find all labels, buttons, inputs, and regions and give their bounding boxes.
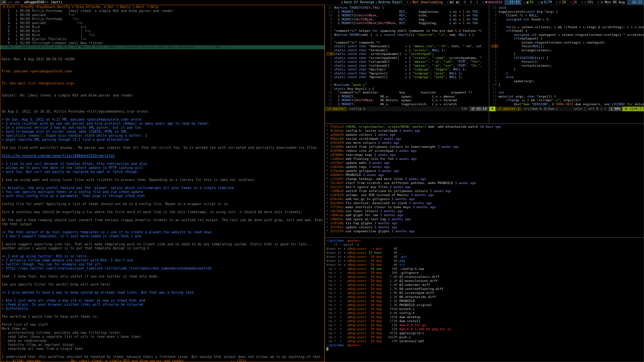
git-log-entry[interactable]: * c1d09ed add floating rule for feh 3 we…	[326, 157, 642, 161]
git-log-entry[interactable]: * c5088a9 switch from solarized to jelly…	[326, 189, 642, 193]
git-log-entry[interactable]: * 7afb90d switch from jellybeans colours…	[326, 145, 642, 149]
ls-row[interactable]: drwxr xr x w0ng:users 27 hour 4K ..	[326, 251, 642, 255]
code-line[interactable]: 6	[491, 21, 642, 25]
ls-row[interactable]: rw r r w0ng:users 19 day 1.2K 02-monocle…	[326, 279, 642, 283]
code-line[interactable]: 1 selmon->tagset[selmon->seltags] = newt…	[491, 41, 642, 45]
code-line[interactable]: 12 { MODKEY|ShiftMask, XK_Return, spawn,…	[326, 98, 487, 102]
code-line[interactable]: 10 "comment">/* modifier key function ar…	[326, 90, 487, 95]
git-log-entry[interactable]: * c71549f change hotkeys, add more rules…	[326, 177, 642, 181]
ls-row[interactable]: rw r r w0ng:users 10 day 22K dwm-6.0-1-x…	[326, 327, 642, 331]
code-line[interactable]: 2 if(newtagset) {	[491, 37, 642, 41]
code-line[interactable]: 2 static const char *volupcmd[] = { "ami…	[326, 60, 487, 64]
code-line[interactable]: 8 Client *c = NULL;	[491, 13, 642, 17]
code-line[interactable]: 3 unsigned int newtagset = selmon->tagse…	[491, 33, 642, 37]
ls-row[interactable]: rw r r w0ng:users 19 day 173B dwm.instal…	[326, 319, 642, 323]
ls-row[interactable]: rw r r w0ng:users 19 day 183B dwm.deskto…	[326, 315, 642, 319]
vim-dwm-pane[interactable]: 10 void 9 togglescratch(const Arg *arg) …	[489, 5, 644, 124]
code-line[interactable]: 14 if(argc == 2 && !strcmp("-v", argv[1]…	[491, 98, 642, 102]
git-log-entry[interactable]: * c90d5ac add space on last tag 3 months…	[326, 217, 642, 221]
code-line[interactable]: 9 static Key keys[] = {	[326, 87, 487, 91]
git-log-entry[interactable]: * a26bb28 update colours 2 weeks ago	[326, 133, 642, 137]
ls-row[interactable]: rw r r w0ng:users 19 day 7.6K 01-statusc…	[326, 275, 642, 279]
shell-pane[interactable]: ~/git/dwm master= ll --potsf -adrwxr xr …	[325, 238, 644, 362]
code-line[interactable]: 1 static const char *scratchpadcmd[] = {…	[326, 56, 487, 60]
git-log[interactable]: * 5fb51c4 (HEAD, origin/master, origin/H…	[325, 124, 644, 234]
code-line[interactable]: 15 die("dwm-"VERSION", © 2006-2011 dwm e…	[491, 102, 642, 106]
git-log-entry[interactable]: * 25c202f start from scratch, use differ…	[326, 181, 642, 185]
git-log-entry[interactable]: * 5fb51c4 (HEAD, origin/master, origin/H…	[326, 125, 642, 129]
code-line[interactable]: 7 }	[491, 71, 642, 75]
ls-row[interactable]: rw r r w0ng:users 10 day 2.2K PKGBUILD	[326, 299, 642, 303]
git-log-entry[interactable]: * 31f31f6 use vimpowerline glyphs 3 mont…	[326, 229, 642, 233]
ls-row[interactable]: drwxr xr x w0ng:users < min 4K .	[326, 247, 642, 251]
mutt-message-row[interactable]: 3 L 06/08 Hiltjo Posthuma └─>	[2, 17, 324, 21]
code-line[interactable]: 13 main(int argc, char *argv[]) {	[491, 95, 642, 99]
code-line[interactable]: 1 arrange(selmon);	[491, 48, 642, 52]
code-line[interactable]: 7 unsigned int found = 0;	[491, 17, 642, 21]
code-line[interactable]: 3 "comment">/* commands */	[326, 41, 487, 45]
git-log-entry[interactable]: * e9690fe PKGBUILD 3 weeks ago	[326, 173, 642, 177]
code-line[interactable]: 10 void	[491, 6, 642, 10]
code-line[interactable]: 6 static const char *mpcnext[] = { "ncmp…	[326, 75, 487, 79]
ls-row[interactable]: rw r r w0ng:users 10 day 1.3K PKGBUILD.o…	[326, 303, 642, 307]
git-log-entry[interactable]: * e9e1966 use fewer colours 3 months ago	[326, 209, 642, 213]
code-line[interactable]: 8 { MODKEY|ControlMask|ShiftMask, KEY, t…	[326, 21, 487, 25]
code-dwm[interactable]: 10 void 9 togglescratch(const Arg *arg) …	[489, 5, 644, 107]
code-line[interactable]: 9 { MODKEY|ShiftMask, KEY, tag, {.ui = 1…	[326, 17, 487, 21]
ls-row[interactable]: rw r r w0ng:users 19 day 764B bstack.c	[326, 307, 642, 311]
git-log-entry[interactable]: * 175be0d update gitignore 3 weeks ago	[326, 169, 642, 173]
ls-row[interactable]: rw r r w0ng:users 19 day 1.7K 04-centred…	[326, 287, 642, 291]
code-line[interactable]: 8 #include "push.c"	[326, 83, 487, 87]
ls-row[interactable]: rw r r w0ng:users 10 day 9.6K config.h	[326, 311, 642, 315]
code-line[interactable]: 12 #define TAGKEYS(KEY,TAG) \	[326, 6, 487, 10]
mutt-message-row[interactable]: 4 L 06/08 pancake └─>	[2, 21, 324, 25]
ls-row[interactable]: rw r r w0ng:users 19 day 1.9K 05-scratch…	[326, 291, 642, 295]
git-log-entry[interactable]: * 4c6598e reduce size of scratchpad 2 we…	[326, 149, 642, 153]
code-line[interactable]: 0 static const char scratchpadname[] = "…	[326, 52, 487, 56]
code-line[interactable]: 4	[326, 37, 487, 41]
code-line[interactable]: 3 if(ISVISIBLE(c)) {	[491, 56, 642, 60]
code-line[interactable]: 4 focus(c);	[491, 60, 642, 64]
mutt-message-row[interactable]: 8 L 05/08 Bjartur Thorlaciu └─>	[2, 37, 324, 41]
git-log-entry[interactable]: * 71729a2 make shortcuts closer to home …	[326, 205, 642, 209]
code-line[interactable]: 2 static const char *dmenucmd[] = { "dme…	[326, 44, 487, 48]
mutt-message-row[interactable]: 9 L 01/08 Christoph Lohmann [dev] New fr…	[2, 41, 324, 45]
code-line[interactable]: 11 { MODKEY, XK_o, spawn, {.v = dmenuc	[326, 95, 487, 99]
git-log-entry[interactable]: * c468cde add glyph for ram 3 months ago	[326, 213, 642, 217]
vim-config-pane[interactable]: 12 #define TAGKEYS(KEY,TAG) \ 11 { MODKE…	[325, 5, 489, 124]
mutt-message-row[interactable]: 1 L 05/08 Hiltjo Posthuma [dev] sfeed: a…	[2, 9, 324, 13]
mutt-message-row[interactable]: 7 L 06/08 Nick │ └─>	[2, 33, 324, 37]
git-log-entry[interactable]: * 91ef864 fix shortcut: backslash to sla…	[326, 201, 642, 205]
mutt-message-row[interactable]: 2 L 06/08 pancake └─>	[2, 13, 324, 17]
git-log-entry[interactable]: * 9c3d2ab config.h: resize scratchpad 2 …	[326, 129, 642, 133]
git-log-entry[interactable]: * df014f0 use more colours 2 weeks ago	[326, 141, 642, 145]
code-line[interactable]: 5 restack(selmon);	[491, 64, 642, 68]
code-line[interactable]: 5 for(c = selmon->clients; c && !(found …	[491, 25, 642, 29]
shell-ls[interactable]: ~/git/dwm master= ll --potsf -adrwxr xr …	[325, 238, 644, 352]
git-log-entry[interactable]: * e070885 rearrange tags 2 weeks ago	[326, 153, 642, 157]
mutt-message-list[interactable]: 1 L 05/08 Hiltjo Posthuma [dev] sfeed: a…	[0, 9, 324, 45]
git-log-entry[interactable]: * 5c97a86 fix tag glyphs 3 months ago	[326, 221, 642, 225]
code-line[interactable]: 4 static const char *mpctog[] = { "ncmpc…	[326, 67, 487, 71]
code-line[interactable]: 11	[491, 87, 642, 91]
code-line[interactable]: 13 { MODKEY, XK_s, togglescratch, {.v = …	[326, 102, 487, 106]
code-line[interactable]: 12 int	[491, 90, 642, 95]
ls-row[interactable]: rw r r w0ng:users 19 day 851B gaplessgri…	[326, 331, 642, 335]
ls-row[interactable]: drwxr xr x w0ng:users 19 day 4K src	[326, 263, 642, 267]
code-line[interactable]: 4 if(found) {	[491, 29, 642, 33]
code-config[interactable]: 12 #define TAGKEYS(KEY,TAG) \ 11 { MODKE…	[325, 5, 489, 107]
code-line[interactable]: 9 spawn(arg);	[491, 79, 642, 83]
code-line[interactable]: 3 static const char *voldncmd[] = { "ami…	[326, 64, 487, 68]
git-log-entry[interactable]: * 89bbc68 resize scratchpad 2 weeks ago	[326, 137, 642, 141]
code-line[interactable]: 2 }	[491, 52, 642, 56]
code-line[interactable]: 11 { MODKEY, KEY, toggleview, {.ui = 1 <…	[326, 10, 487, 14]
code-line[interactable]: 8 else	[491, 75, 642, 79]
ls-row[interactable]: rw r r w0ng:users 19 day 37K terminus2.b…	[326, 339, 642, 343]
tag-1[interactable]: ⌘	[0, 0, 7, 5]
mutt-message-row[interactable]: 6 L 06/08 Nick │ └─>	[2, 29, 324, 33]
layout-symbol[interactable]: ⧉≡	[13, 0, 21, 5]
ls-row[interactable]: drwxr xr x w0ng:users 10 day 4K .git	[326, 255, 642, 259]
code-line[interactable]: 5 #define SHCMD(cmd) { .v = (const char*…	[326, 33, 487, 37]
git-log-entry[interactable]: * 15ff8e1 update colours 3 months ago	[326, 225, 642, 229]
tag-2[interactable]: ⌘	[7, 0, 13, 5]
